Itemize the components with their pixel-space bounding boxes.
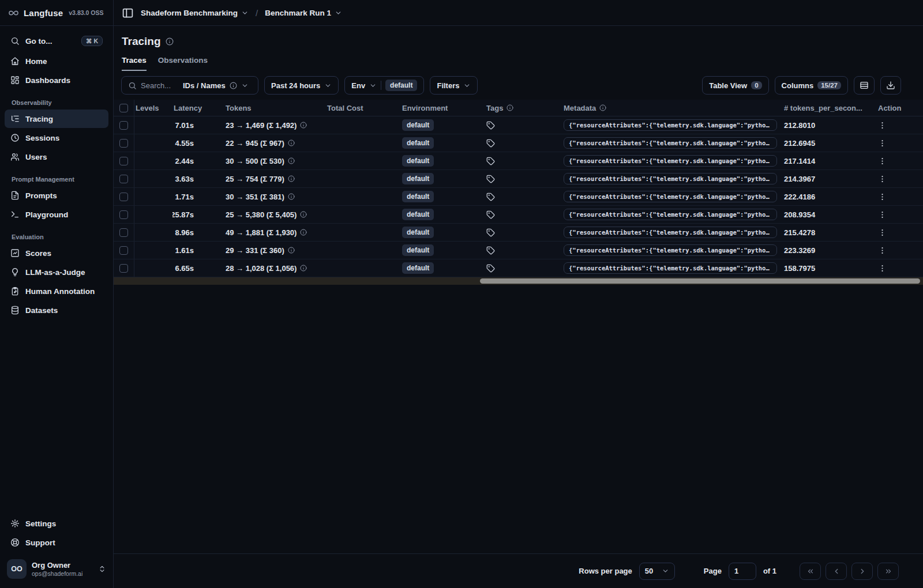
row-checkbox[interactable] <box>119 139 128 148</box>
sidebar-item-home[interactable]: Home <box>5 52 108 70</box>
horizontal-scrollbar[interactable] <box>114 277 923 285</box>
table-row[interactable]: 8.96s 49 → 1,881 (Σ 1,930) default {"res… <box>114 224 923 242</box>
kebab-menu-icon[interactable] <box>878 228 887 237</box>
goto-search-button[interactable]: Go to... ⌘ K <box>5 31 108 51</box>
tag-icon[interactable] <box>486 246 495 255</box>
info-icon[interactable] <box>300 229 307 236</box>
table-row[interactable]: 3.63s 25 → 754 (Σ 779) default {"resourc… <box>114 170 923 188</box>
tab-observations[interactable]: Observations <box>158 56 208 71</box>
row-checkbox[interactable] <box>119 264 128 273</box>
row-checkbox[interactable] <box>119 175 128 183</box>
tag-icon[interactable] <box>486 157 495 165</box>
row-height-button[interactable] <box>854 76 875 95</box>
header-tokens[interactable]: Tokens <box>224 104 326 112</box>
table-view-button[interactable]: Table View 0 <box>702 76 768 95</box>
metadata-value[interactable]: {"resourceAttributes":{"telemetry.sdk.la… <box>564 262 777 274</box>
table-row[interactable]: 4.55s 22 → 945 (Σ 967) default {"resourc… <box>114 134 923 152</box>
sidebar-item-tracing[interactable]: Tracing <box>5 110 108 128</box>
kebab-menu-icon[interactable] <box>878 264 887 273</box>
time-range-select[interactable]: Past 24 hours <box>264 76 339 95</box>
info-icon[interactable] <box>288 247 295 254</box>
header-tokens-per-second[interactable]: # tokens_per_secon... <box>783 104 873 112</box>
sidebar-item-human-annotation[interactable]: Human Annotation <box>5 282 108 300</box>
info-icon[interactable] <box>300 265 307 272</box>
kebab-menu-icon[interactable] <box>878 175 887 183</box>
tab-traces[interactable]: Traces <box>122 56 147 71</box>
table-row[interactable]: 7.01s 23 → 1,469 (Σ 1,492) default {"res… <box>114 116 923 134</box>
select-all-checkbox[interactable] <box>119 104 128 112</box>
sidebar-toggle-button[interactable] <box>122 7 134 19</box>
search-input[interactable] <box>141 81 179 90</box>
metadata-value[interactable]: {"resourceAttributes":{"telemetry.sdk.la… <box>564 119 777 131</box>
table-row[interactable]: 1.61s 29 → 331 (Σ 360) default {"resourc… <box>114 242 923 259</box>
tag-icon[interactable] <box>486 228 495 237</box>
tag-icon[interactable] <box>486 264 495 273</box>
header-metadata[interactable]: Metadata <box>562 104 783 112</box>
info-icon[interactable] <box>166 37 174 46</box>
page-number-input[interactable] <box>729 563 756 580</box>
metadata-value[interactable]: {"resourceAttributes":{"telemetry.sdk.la… <box>564 137 777 149</box>
header-environment[interactable]: Environment <box>401 104 485 112</box>
tag-icon[interactable] <box>486 210 495 219</box>
sidebar-item-scores[interactable]: Scores <box>5 244 108 262</box>
header-total-cost[interactable]: Total Cost <box>326 104 401 112</box>
row-checkbox[interactable] <box>119 246 128 255</box>
tag-icon[interactable] <box>486 175 495 183</box>
info-icon[interactable] <box>288 193 295 200</box>
account-switcher[interactable]: OO Org Owner ops@shadeform.ai <box>0 552 113 588</box>
columns-button[interactable]: Columns 15/27 <box>775 76 848 95</box>
last-page-button[interactable] <box>877 563 899 580</box>
table-row[interactable]: 6.65s 28 → 1,028 (Σ 1,056) default {"res… <box>114 259 923 277</box>
row-checkbox[interactable] <box>119 121 128 130</box>
next-page-button[interactable] <box>851 563 873 580</box>
header-levels[interactable]: Levels <box>134 104 172 112</box>
kebab-menu-icon[interactable] <box>878 246 887 255</box>
kebab-menu-icon[interactable] <box>878 139 887 148</box>
metadata-value[interactable]: {"resourceAttributes":{"telemetry.sdk.la… <box>564 244 777 256</box>
sidebar-item-support[interactable]: Support <box>5 533 108 552</box>
tag-icon[interactable] <box>486 121 495 130</box>
sidebar-item-settings[interactable]: Settings <box>5 514 108 533</box>
environment-filter[interactable]: Env default <box>344 76 424 95</box>
scrollbar-thumb[interactable] <box>480 278 920 284</box>
filters-button[interactable]: Filters <box>430 76 478 95</box>
tag-icon[interactable] <box>486 139 495 148</box>
sidebar-item-users[interactable]: Users <box>5 148 108 166</box>
row-checkbox[interactable] <box>119 193 128 201</box>
table-row[interactable]: 25.87s 25 → 5,380 (Σ 5,405) default {"re… <box>114 206 923 224</box>
rows-per-page-select[interactable]: 50 <box>639 563 675 580</box>
sidebar-item-sessions[interactable]: Sessions <box>5 129 108 147</box>
sidebar-item-datasets[interactable]: Datasets <box>5 301 108 319</box>
metadata-value[interactable]: {"resourceAttributes":{"telemetry.sdk.la… <box>564 173 777 184</box>
sidebar-item-prompts[interactable]: Prompts <box>5 186 108 205</box>
metadata-value[interactable]: {"resourceAttributes":{"telemetry.sdk.la… <box>564 155 777 167</box>
kebab-menu-icon[interactable] <box>878 121 887 130</box>
kebab-menu-icon[interactable] <box>878 157 887 165</box>
search-box[interactable]: IDs / Names <box>121 76 258 95</box>
info-icon[interactable] <box>300 211 307 218</box>
table-row[interactable]: 1.71s 30 → 351 (Σ 381) default {"resourc… <box>114 188 923 206</box>
sidebar-item-dashboards[interactable]: Dashboards <box>5 71 108 89</box>
header-latency[interactable]: Latency <box>172 104 224 112</box>
metadata-value[interactable]: {"resourceAttributes":{"telemetry.sdk.la… <box>564 227 777 238</box>
export-button[interactable] <box>880 76 901 95</box>
search-mode-label[interactable]: IDs / Names <box>183 81 226 90</box>
sidebar-item-llm-as-a-judge[interactable]: LLM-as-a-Judge <box>5 263 108 281</box>
row-checkbox[interactable] <box>119 157 128 165</box>
org-selector[interactable]: Shadeform Benchmarking <box>141 9 249 17</box>
info-icon[interactable] <box>300 122 307 129</box>
info-icon[interactable] <box>288 157 295 164</box>
sidebar-item-playground[interactable]: Playground <box>5 205 108 224</box>
first-page-button[interactable] <box>800 563 821 580</box>
previous-page-button[interactable] <box>826 563 847 580</box>
metadata-value[interactable]: {"resourceAttributes":{"telemetry.sdk.la… <box>564 191 777 202</box>
info-icon[interactable] <box>230 82 237 89</box>
info-icon[interactable] <box>288 140 295 146</box>
kebab-menu-icon[interactable] <box>878 210 887 219</box>
table-row[interactable]: 2.44s 30 → 500 (Σ 530) default {"resourc… <box>114 152 923 170</box>
kebab-menu-icon[interactable] <box>878 193 887 201</box>
tag-icon[interactable] <box>486 193 495 201</box>
info-icon[interactable] <box>288 175 295 182</box>
metadata-value[interactable]: {"resourceAttributes":{"telemetry.sdk.la… <box>564 209 777 220</box>
row-checkbox[interactable] <box>119 210 128 219</box>
